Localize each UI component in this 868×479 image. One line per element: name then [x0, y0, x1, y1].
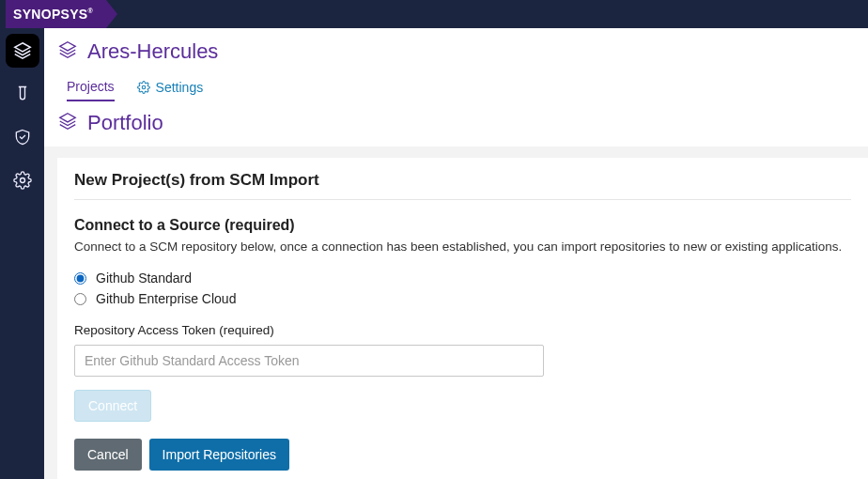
radio-label: Github Enterprise Cloud: [96, 291, 236, 306]
panel-title: New Project(s) from SCM Import: [74, 171, 851, 200]
main: Ares-Hercules Projects Settings Portfoli…: [44, 28, 868, 479]
radio-input-github-enterprise[interactable]: [74, 293, 86, 305]
sidebar-item-settings[interactable]: [6, 163, 39, 197]
test-tube-icon: [13, 85, 32, 103]
radio-label: Github Standard: [96, 270, 192, 286]
sidebar-item-tests[interactable]: [6, 77, 39, 111]
svg-point-3: [142, 85, 146, 89]
cancel-button[interactable]: Cancel: [74, 439, 142, 471]
gear-icon: [13, 171, 32, 190]
tab-settings[interactable]: Settings: [137, 80, 204, 100]
token-input[interactable]: [74, 345, 544, 377]
sidebar-item-portfolio[interactable]: [6, 34, 39, 68]
svg-marker-4: [60, 114, 76, 122]
panel-wrap: New Project(s) from SCM Import Connect t…: [44, 147, 868, 479]
import-repositories-button[interactable]: Import Repositories: [149, 439, 289, 471]
svg-marker-2: [60, 42, 76, 51]
brand-logo: SYNOPSYS®: [13, 7, 93, 22]
layers-icon: [12, 40, 33, 61]
topbar: SYNOPSYS®: [0, 0, 868, 28]
import-panel: New Project(s) from SCM Import Connect t…: [57, 158, 868, 479]
tabs: Projects Settings: [44, 70, 868, 101]
source-radio-group: Github Standard Github Enterprise Cloud: [74, 270, 851, 306]
tab-label: Settings: [156, 80, 204, 95]
brand-container: SYNOPSYS®: [6, 0, 106, 28]
radio-input-github-standard[interactable]: [74, 272, 86, 285]
tab-projects[interactable]: Projects: [67, 79, 115, 101]
layers-icon: [57, 39, 78, 64]
token-label: Repository Access Token (required): [74, 323, 851, 337]
connect-description: Connect to a SCM repository below, once …: [74, 240, 851, 254]
sidebar: [0, 28, 44, 479]
gear-icon: [137, 81, 150, 94]
radio-github-enterprise[interactable]: Github Enterprise Cloud: [74, 291, 851, 306]
app-header: Ares-Hercules: [44, 28, 868, 70]
radio-github-standard[interactable]: Github Standard: [74, 270, 851, 286]
svg-marker-0: [14, 43, 30, 52]
svg-point-1: [20, 178, 24, 183]
connect-button[interactable]: Connect: [74, 390, 151, 422]
shield-icon: [13, 128, 32, 147]
portfolio-header: Portfolio: [44, 101, 868, 147]
portfolio-title: Portfolio: [87, 111, 163, 135]
app-title: Ares-Hercules: [87, 39, 218, 64]
sidebar-item-security[interactable]: [6, 120, 39, 154]
connect-heading: Connect to a Source (required): [74, 217, 851, 234]
tab-label: Projects: [67, 79, 115, 94]
layers-icon: [57, 111, 78, 135]
